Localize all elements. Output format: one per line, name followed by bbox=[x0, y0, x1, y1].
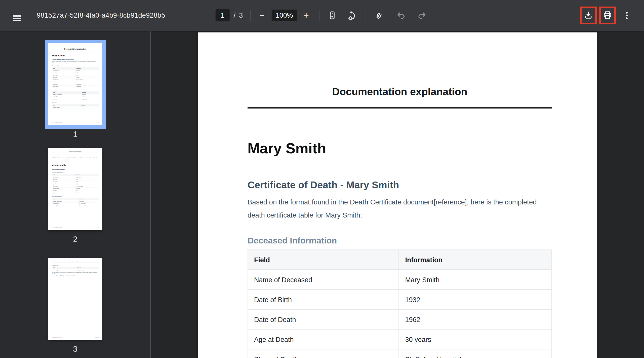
mini-p: Based on the format found in the Death C… bbox=[52, 61, 99, 64]
viewer-stage: Documentation explanationMary SmithCerti… bbox=[0, 31, 644, 358]
table-cell: Place of Death bbox=[248, 349, 399, 358]
mini-p: Note: This table follows the exact struc… bbox=[52, 157, 99, 160]
table-cell: 1932 bbox=[399, 290, 552, 309]
table-row: Place of DeathSt. Peters Hospital bbox=[248, 349, 552, 358]
page-title: Documentation explanation bbox=[248, 85, 552, 98]
mini-runhead: Documentation explanation bbox=[52, 151, 99, 153]
pdf-toolbar: 981527a7-52f8-4fa0-a4b9-8cb91de928b5 / 3… bbox=[0, 0, 644, 31]
mini-p: [reference]: Document ID 688 - Death-Cer… bbox=[52, 275, 99, 277]
mini-table: FieldInformationRegistrar's Signature(se… bbox=[52, 267, 99, 271]
mini-h1: Adam Smith bbox=[52, 164, 99, 167]
document-title: 981527a7-52f8-4fa0-a4b9-8cb91de928b5 bbox=[37, 12, 165, 19]
pdf-viewer-window: 981527a7-52f8-4fa0-a4b9-8cb91de928b5 / 3… bbox=[0, 0, 644, 358]
mini-h2: Certificate of Death bbox=[52, 168, 99, 170]
column-header: Field bbox=[248, 250, 399, 270]
thumbnail-sidebar: Documentation explanationMary SmithCerti… bbox=[0, 31, 151, 358]
table-cell: Age at Death bbox=[248, 329, 399, 349]
mini-p: [reference]: Document ID 688 bbox=[52, 160, 99, 162]
column-header: Information bbox=[399, 250, 552, 270]
divider bbox=[366, 10, 366, 21]
page-thumbnail-3[interactable]: Documentation explanationOfficial UseFie… bbox=[48, 258, 102, 354]
title-rule bbox=[248, 107, 552, 109]
divider bbox=[250, 10, 250, 21]
mini-h3: Deceased Information bbox=[52, 172, 99, 173]
thumbnail-page-number: 1 bbox=[73, 130, 77, 139]
table-cell: Mary Smith bbox=[399, 270, 552, 290]
table-cell: 1962 bbox=[399, 309, 552, 329]
table-cell: Date of Birth bbox=[248, 290, 399, 309]
rotate-counterclockwise-icon[interactable] bbox=[345, 9, 358, 22]
mini-page-footer: October 18, 2025 at 01:41 AMPage 3 of 3 bbox=[52, 337, 99, 338]
table-row: Date of Death1962 bbox=[248, 309, 552, 329]
more-options-icon[interactable] bbox=[620, 9, 633, 22]
mini-p: This table follows the same format as th… bbox=[52, 272, 99, 275]
mini-page-footer: October 18, 2025 at 01:41 AMPage 1 of 3 bbox=[52, 123, 99, 123]
toolbar-right bbox=[578, 0, 633, 31]
mini-table: FieldInformationImmediate Cause of Death… bbox=[52, 91, 99, 100]
mini-table: FieldInformationName of DeceasedAdam Smi… bbox=[52, 174, 99, 194]
page-number-input[interactable] bbox=[216, 9, 230, 21]
thumbnail-page-number: 2 bbox=[73, 235, 77, 244]
table-cell: St. Peters Hospital bbox=[399, 349, 552, 358]
table-cell: Date of Death bbox=[248, 309, 399, 329]
certificate-subheading: Certificate of Death - Mary Smith bbox=[248, 180, 552, 191]
page-thumbnail-2[interactable]: Documentation explanation(seal placehold… bbox=[48, 148, 102, 244]
pdf-page-1: Documentation explanation Mary Smith Cer… bbox=[198, 32, 597, 358]
mini-h3: Official Use bbox=[52, 102, 99, 103]
table-cell: 30 years bbox=[399, 329, 552, 349]
download-highlight-box bbox=[580, 7, 597, 24]
fit-to-page-icon[interactable] bbox=[325, 9, 339, 22]
menu-icon[interactable] bbox=[10, 9, 24, 22]
toolbar-left: 981527a7-52f8-4fa0-a4b9-8cb91de928b5 bbox=[10, 9, 165, 22]
mini-table: FieldInformationName of DeceasedMary Smi… bbox=[52, 67, 99, 88]
annotate-pen-icon[interactable] bbox=[372, 9, 386, 22]
mini-table: FieldInformationImmediate Cause of Death… bbox=[52, 198, 99, 207]
print-highlight-box bbox=[599, 7, 616, 24]
intro-paragraph: Based on the format found in the Death C… bbox=[248, 196, 552, 222]
table-row: Name of DeceasedMary Smith bbox=[248, 270, 552, 290]
mini-doctitle: Documentation explanation bbox=[52, 48, 99, 52]
zoom-in-button[interactable]: + bbox=[301, 10, 312, 21]
print-icon[interactable] bbox=[601, 9, 614, 22]
zoom-out-button[interactable]: − bbox=[256, 10, 267, 21]
mini-h3: Medical Information bbox=[52, 196, 99, 197]
mini-table: FieldInformationRegistrar's Signature bbox=[52, 104, 99, 109]
document-viewport: Documentation explanation Mary Smith Cer… bbox=[151, 31, 644, 358]
mini-page-footer: October 18, 2025 at 01:41 AMPage 2 of 3 bbox=[52, 228, 99, 228]
mini-h3: Deceased Information bbox=[52, 65, 99, 66]
thumbnail-page-number: 3 bbox=[73, 345, 77, 354]
mini-page: Documentation explanationOfficial UseFie… bbox=[48, 258, 102, 340]
undo-icon[interactable] bbox=[394, 9, 408, 22]
person-heading: Mary Smith bbox=[248, 140, 552, 156]
mini-table: (seal placeholder) bbox=[52, 154, 99, 156]
deceased-info-table: FieldInformationName of DeceasedMary Smi… bbox=[248, 249, 552, 358]
page-separator: / bbox=[234, 12, 236, 19]
toolbar-center: / 3 − 100% + bbox=[216, 0, 429, 31]
table-row: Age at Death30 years bbox=[248, 329, 552, 349]
page-thumbnail-1[interactable]: Documentation explanationMary SmithCerti… bbox=[48, 43, 102, 139]
divider bbox=[319, 10, 319, 21]
download-icon[interactable] bbox=[582, 9, 595, 22]
mini-page: Documentation explanation(seal placehold… bbox=[48, 148, 102, 230]
mini-h1: Mary Smith bbox=[52, 54, 99, 57]
mini-page: Documentation explanationMary SmithCerti… bbox=[48, 43, 102, 125]
mini-h3: Official Use bbox=[52, 265, 99, 266]
mini-runhead: Documentation explanation bbox=[52, 261, 99, 262]
table-row: Date of Birth1932 bbox=[248, 290, 552, 309]
mini-h2: Certificate of Death - Mary Smith bbox=[52, 59, 99, 60]
table-cell: Name of Deceased bbox=[248, 270, 399, 290]
redo-icon[interactable] bbox=[415, 9, 428, 22]
section-heading: Deceased Information bbox=[248, 235, 552, 245]
page-count: 3 bbox=[239, 12, 243, 19]
zoom-level: 100% bbox=[271, 10, 297, 21]
mini-h3: Medical Information bbox=[52, 89, 99, 91]
